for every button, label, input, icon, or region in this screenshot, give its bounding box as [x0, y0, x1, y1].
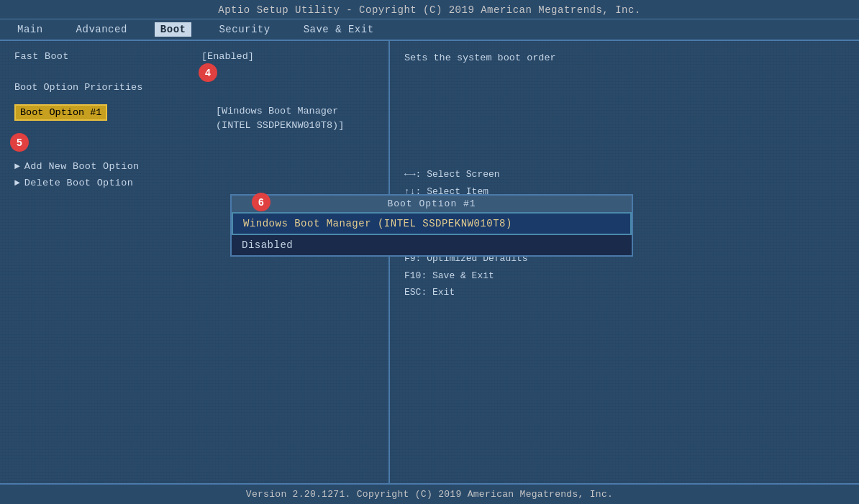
menu-item-security[interactable]: Security — [213, 22, 276, 37]
key-help-f1: F1: General Help — [404, 234, 845, 250]
delete-boot-arrow-icon: ► — [14, 178, 20, 188]
boot-option1-value: [Windows Boot Manager (INTEL SSDPEKNW010… — [216, 104, 374, 134]
left-panel: Fast Boot [Enabled] Boot Option Prioriti… — [0, 41, 388, 483]
boot-option1-row[interactable]: Boot Option #1 [Windows Boot Manager (IN… — [14, 104, 374, 134]
boot-priorities-row: Boot Option Priorities — [14, 78, 374, 96]
annotation-badge-4: 4 — [199, 63, 217, 82]
fast-boot-value: [Enabled] — [201, 51, 254, 62]
key-help-f9: F9: Optimized Defaults — [404, 250, 845, 267]
add-boot-option-label: Add New Boot Option — [24, 161, 140, 172]
bios-screen: Aptio Setup Utility - Copyright (C) 2019… — [0, 0, 859, 504]
menu-bar: Main Advanced Boot Security Save & Exit — [0, 19, 859, 41]
title-text: Aptio Setup Utility - Copyright (C) 2019… — [218, 4, 641, 16]
key-help-section: ←→: Select Screen ↑↓: Select Item Enter:… — [404, 166, 845, 301]
add-boot-option-row[interactable]: ► Add New Boot Option — [14, 161, 374, 172]
key-help-esc: ESC: Exit — [404, 284, 845, 301]
add-boot-arrow-icon: ► — [14, 161, 20, 172]
menu-item-advanced[interactable]: Advanced — [71, 22, 133, 37]
key-help-select-item: ↑↓: Select Item — [404, 183, 845, 200]
fast-boot-row: Fast Boot [Enabled] — [14, 51, 374, 62]
help-text: Sets the system boot order — [404, 51, 845, 65]
delete-boot-option-row[interactable]: ► Delete Boot Option — [14, 178, 374, 188]
key-help-f10: F10: Save & Exit — [404, 267, 845, 284]
boot-option1-label[interactable]: Boot Option #1 — [14, 104, 107, 121]
delete-boot-option-label: Delete Boot Option — [24, 178, 133, 188]
right-panel: Sets the system boot order ←→: Select Sc… — [390, 41, 859, 483]
annotation-badge-6: 6 — [252, 193, 271, 211]
footer-bar: Version 2.20.1271. Copyright (C) 2019 Am… — [0, 483, 859, 504]
menu-item-main[interactable]: Main — [12, 22, 49, 37]
key-help-enter: Enter: Select — [404, 200, 845, 216]
footer-text: Version 2.20.1271. Copyright (C) 2019 Am… — [246, 489, 613, 500]
menu-item-boot[interactable]: Boot — [155, 22, 192, 37]
key-help-change: +/-: Change Opt. — [404, 216, 845, 233]
annotation-badge-5: 5 — [10, 133, 29, 152]
menu-item-save-exit[interactable]: Save & Exit — [298, 22, 380, 37]
key-help-select-screen: ←→: Select Screen — [404, 166, 845, 183]
boot-priorities-label: Boot Option Priorities — [14, 82, 142, 93]
title-bar: Aptio Setup Utility - Copyright (C) 2019… — [0, 0, 859, 19]
fast-boot-label: Fast Boot — [14, 51, 69, 62]
main-content: Fast Boot [Enabled] Boot Option Prioriti… — [0, 41, 859, 483]
